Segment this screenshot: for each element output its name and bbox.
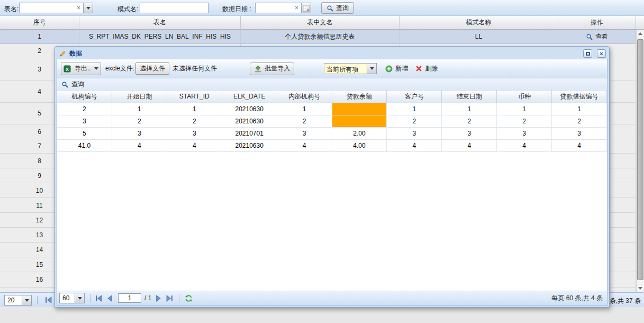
grid-cell: 2 [387,115,442,128]
page-size-value: 60 [60,293,75,303]
search-icon [586,33,593,40]
data-grid-header: 机构编号开始日期START_IDELK_DATE内部机构号贷款余额客户号结束日期… [57,91,607,103]
grid-cell: 20210630 [222,103,277,115]
prev-page-icon [106,294,114,302]
chevron-down-icon [367,64,376,74]
grid-row[interactable]: 5332021070132.003333 [57,128,607,140]
grid-column-header[interactable]: 客户号 [387,91,442,103]
scroll-up-icon[interactable] [637,30,644,38]
refresh-button[interactable] [185,294,193,302]
add-plus-icon [385,65,393,73]
scrollbar-thumb[interactable] [637,39,643,280]
grid-cell: 1 [497,103,552,115]
search-icon [61,81,68,88]
scope-select[interactable]: 当前所有项 [324,63,377,74]
export-button-label: 导出.. [75,64,91,73]
grid-cell: 3 [57,115,112,128]
page-size-select[interactable]: 60 [59,293,85,303]
excel-icon: X [64,65,71,73]
grid-column-header[interactable]: 开始日期 [112,91,167,103]
delete-button[interactable]: 删除 [415,64,438,73]
prev-page-button[interactable] [106,294,114,302]
highlighted-cell [332,103,387,115]
maximize-button[interactable] [583,49,592,58]
grid-column-header[interactable]: 内部机构号 [277,91,332,103]
grid-cell: 1 [552,103,607,115]
next-page-button[interactable] [155,294,162,302]
column-header-seq[interactable]: 序号 [0,16,79,30]
close-button[interactable]: × [597,49,606,58]
grid-query-button[interactable]: 查询 [57,78,607,91]
separator [90,294,90,302]
table-cn-name-cell: 个人贷款余额信息历史表 [241,30,400,44]
grid-column-header[interactable]: ELK_DATE [222,91,277,103]
separator [37,296,38,304]
refresh-icon [185,294,193,302]
column-header-table-name[interactable]: 表名 [79,16,241,30]
export-button[interactable]: X 导出.. [61,62,101,75]
status-strip [0,307,644,323]
delete-cross-icon [415,65,422,72]
edit-pencil-icon [59,50,66,57]
batch-import-button[interactable]: 批量导入 [250,62,294,75]
grid-cell: 1 [112,103,167,115]
grid-cell: 4 [112,140,167,152]
column-header-action[interactable]: 操作 [558,16,636,30]
pager-summary-text: 每页 60 条,共 4 条 [551,294,603,303]
grid-column-header[interactable]: 币种 [497,91,552,103]
top-toolbar: 表名: × 模式名: 数据日期 : × 查询 [0,0,644,16]
schema-name-input[interactable] [140,3,208,13]
column-header-schema[interactable]: 模式名称 [400,16,558,30]
clear-icon[interactable]: × [77,4,80,12]
upload-icon [254,65,262,73]
grid-cell: 4.00 [332,140,387,152]
grid-cell: 4 [277,140,332,152]
view-link-label: 查看 [595,32,608,41]
calendar-icon[interactable] [302,3,311,13]
separator [179,294,179,302]
table-name-input[interactable] [19,3,84,13]
grid-column-header[interactable]: 贷款借据编号 [552,91,607,103]
window-titlebar[interactable]: 数据 × [57,48,607,59]
table-row-selected[interactable]: 1 S_RPT_IMAS_DK_PERS_LN_BAL_INF_HIS_HIS … [0,30,644,44]
table-name-combobox[interactable]: × [19,3,93,13]
page-size-select[interactable]: 20 [4,295,32,306]
first-page-icon [44,296,52,304]
first-page-button[interactable] [95,294,103,302]
batch-import-label: 批量导入 [265,64,290,73]
scroll-down-icon[interactable] [637,284,644,292]
add-button[interactable]: 新增 [385,64,408,73]
query-button[interactable]: 查询 [321,2,354,14]
grid-cell: 3 [167,128,222,140]
grid-row[interactable]: 2112021063011111 [57,103,607,115]
table-name-label: 表名: [4,5,19,14]
grid-cell: 5 [57,128,112,140]
grid-cell: 3 [442,128,497,140]
maximize-icon [586,52,590,56]
grid-cell: 3 [497,128,552,140]
grid-cell: 4 [387,140,442,152]
first-page-button[interactable] [44,296,52,304]
table-name-cell: S_RPT_IMAS_DK_PERS_LN_BAL_INF_HIS_HIS [79,30,241,44]
page-number-input[interactable] [118,293,141,303]
clear-icon[interactable]: × [295,4,298,12]
header-scrollbar-filler [636,16,644,30]
delete-button-label: 删除 [425,64,438,73]
choose-file-button[interactable]: 选择文件 [135,62,169,75]
grid-column-header[interactable]: START_ID [167,91,222,103]
grid-row[interactable]: 41.0442021063044.004444 [57,140,607,152]
last-page-button[interactable] [166,294,174,302]
window-content: X 导出.. excle文件: 选择文件 未选择任何文件 批量导入 当前所有项 [57,59,607,306]
grid-column-header[interactable]: 结束日期 [442,91,497,103]
chevron-down-icon[interactable] [84,3,93,13]
vertical-scrollbar[interactable] [636,30,644,292]
view-link[interactable]: 查看 [586,32,608,41]
grid-column-header[interactable]: 贷款余额 [332,91,387,103]
grid-cell: 2 [57,103,112,115]
data-date-field[interactable]: × [255,3,311,13]
column-header-table-cn-name[interactable]: 表中文名 [241,16,400,30]
grid-column-header[interactable]: 机构编号 [57,91,112,103]
grid-row[interactable]: 3222021063022222 [57,115,607,128]
grid-cell: 3 [277,128,332,140]
no-file-text: 未选择任何文件 [173,64,217,73]
